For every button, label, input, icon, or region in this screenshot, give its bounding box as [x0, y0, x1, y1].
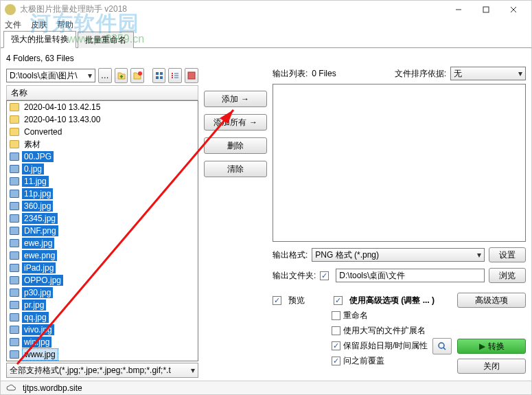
output-listbox[interactable] [273, 84, 526, 242]
file-name: 00.JPG [22, 151, 54, 162]
svg-rect-9 [172, 73, 173, 74]
play-icon: ▶ [479, 341, 485, 351]
list-item[interactable]: OPPO.jpg [7, 274, 198, 286]
rename-checkbox[interactable] [332, 311, 340, 320]
add-all-button[interactable]: 添加所有→ [204, 114, 267, 131]
preview-label: 预览 [288, 295, 305, 306]
file-icon [10, 289, 19, 297]
browse-path-button[interactable]: … [98, 68, 112, 83]
list-item[interactable]: 0.jpg [7, 163, 198, 175]
convert-button[interactable]: ▶转换 [457, 339, 526, 354]
format-filter-combo[interactable]: 全部支持格式(*.jpg;*.jpe;*.jpeg;*.bmp;*.gif;*.… [6, 363, 198, 378]
file-name: pr.jpg [22, 300, 46, 311]
preview-zoom-button[interactable] [432, 338, 452, 354]
file-name: 0.jpg [22, 163, 44, 174]
file-icon [10, 190, 19, 198]
file-name: 11.jpg [22, 176, 49, 187]
svg-point-16 [439, 343, 444, 348]
file-icon [10, 202, 19, 210]
list-item[interactable]: www.jpg [7, 348, 198, 361]
advanced-label: 使用高级选项 (调整 ... ) [349, 295, 435, 306]
window-title: 太极图片批量处理助手 v2018 [20, 3, 445, 15]
tab-rename[interactable]: 批量重命名 [78, 32, 134, 48]
clear-button[interactable]: 清除 [204, 161, 267, 177]
list-header[interactable]: 名称 [6, 85, 198, 100]
list-item[interactable]: 00.JPG [7, 150, 198, 163]
out-folder-checkbox[interactable] [320, 271, 329, 280]
list-item[interactable]: DNF.png [7, 225, 198, 237]
arrow-right-icon: → [241, 94, 249, 104]
menubar: 文件 皮肤 帮助 [1, 18, 531, 32]
file-list[interactable]: 2020-04-10 13.42.152020-04-10 13.43.00Co… [6, 100, 198, 361]
svg-rect-10 [172, 75, 173, 76]
browse-button[interactable]: 浏览 [489, 268, 526, 283]
file-name: 360.jpg [22, 201, 53, 212]
add-button[interactable]: 添加→ [204, 91, 267, 107]
out-format-label: 输出格式: [273, 249, 308, 261]
status-url: tjtps.wordbp.site [23, 383, 82, 393]
svg-rect-15 [188, 72, 195, 79]
settings-button[interactable]: 设置 [489, 247, 526, 262]
view-list-button[interactable] [168, 68, 182, 83]
file-name: win.jpg [22, 337, 51, 348]
list-item[interactable]: 2345.jpg [7, 212, 198, 225]
list-item[interactable]: ewe.jpg [7, 237, 198, 249]
tab-convert[interactable]: 强大的批量转换 [3, 31, 76, 48]
svg-rect-8 [160, 76, 163, 79]
preview-checkbox[interactable] [273, 296, 281, 305]
uppercase-ext-checkbox[interactable] [332, 326, 340, 335]
up-folder-button[interactable] [115, 68, 128, 83]
list-item[interactable]: 11.jpg [7, 175, 198, 188]
path-combo[interactable]: D:\tools\桌面\图片\ ▾ [6, 69, 95, 82]
svg-rect-5 [156, 72, 159, 75]
file-name: 11p.jpg [22, 188, 53, 199]
path-value: D:\tools\桌面\图片\ [10, 70, 78, 82]
cloud-icon [6, 383, 16, 393]
file-name: 2020-04-10 13.43.00 [22, 114, 102, 125]
list-item[interactable]: 11p.jpg [7, 188, 198, 200]
out-folder-input[interactable] [336, 269, 485, 282]
list-item[interactable]: qq.jpg [7, 311, 198, 324]
list-item[interactable]: 2020-04-10 13.43.00 [7, 113, 198, 126]
svg-line-17 [443, 348, 446, 350]
close-button[interactable] [500, 1, 527, 18]
file-name: vivo.jpg [22, 324, 54, 335]
file-icon [10, 227, 19, 235]
svg-rect-1 [483, 7, 489, 12]
format-filter-text: 全部支持格式(*.jpg;*.jpe;*.jpeg;*.bmp;*.gif;*.… [10, 365, 171, 376]
menu-help[interactable]: 帮助 [57, 19, 73, 31]
close-dialog-button[interactable]: 关闭 [457, 359, 526, 374]
list-item[interactable]: iPad.jpg [7, 262, 198, 274]
view-large-button[interactable] [152, 68, 166, 83]
list-item[interactable]: 素材 [7, 138, 198, 150]
out-format-combo[interactable]: PNG 格式 (*.png) ▾ [312, 248, 485, 262]
folder-file-count: 4 Folders, 63 Files [6, 51, 526, 66]
file-name: 2020-04-10 13.42.15 [22, 102, 102, 113]
menu-skin[interactable]: 皮肤 [31, 19, 47, 31]
list-item[interactable]: ewe.png [7, 249, 198, 262]
list-item[interactable]: 360.jpg [7, 200, 198, 212]
advanced-options-button[interactable]: 高级选项 [457, 293, 526, 308]
view-details-button[interactable] [185, 68, 198, 83]
remove-button[interactable]: 删除 [204, 137, 267, 154]
file-icon [10, 264, 19, 272]
file-name: Converted [22, 126, 64, 137]
maximize-button[interactable] [472, 1, 500, 18]
list-item[interactable]: win.jpg [7, 336, 198, 348]
folder-icon [10, 115, 19, 124]
chevron-down-icon: ▾ [477, 250, 481, 260]
minimize-button[interactable] [445, 1, 472, 18]
advanced-checkbox[interactable] [334, 296, 343, 305]
list-item[interactable]: Converted [7, 126, 198, 138]
menu-file[interactable]: 文件 [5, 19, 21, 31]
svg-rect-11 [172, 77, 173, 78]
list-item[interactable]: vivo.jpg [7, 324, 198, 336]
file-name: p30.jpg [22, 287, 53, 298]
new-folder-button[interactable] [130, 68, 144, 83]
sort-combo[interactable]: 无 ▾ [450, 67, 526, 80]
list-item[interactable]: p30.jpg [7, 286, 198, 299]
file-name: iPad.jpg [22, 262, 56, 273]
list-item[interactable]: 2020-04-10 13.42.15 [7, 101, 198, 113]
output-list-count: 0 Files [312, 69, 336, 78]
list-item[interactable]: pr.jpg [7, 299, 198, 311]
